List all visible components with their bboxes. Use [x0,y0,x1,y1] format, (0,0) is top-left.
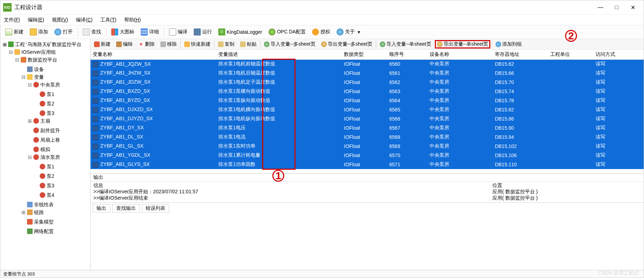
table-row[interactable]: ZYBF_AB1_JDZW_SX排水泵1电机定子温度数值IOFloat6562中… [91,78,644,87]
kingdatalogger-button[interactable]: DKingDataLogger [215,27,265,37]
tree-platform[interactable]: ⊟数据监控平台 [14,56,58,64]
detail-button[interactable]: 详细 [138,27,162,37]
table-row[interactable]: ZYBF_AB1_JQZW_SX排水泵1电机前轴温度数值IOFloat6560中… [91,59,644,69]
tree-pump2[interactable]: 泵2 [33,100,55,108]
tree-project-root[interactable]: ▣工程 '乌海路天矿数据监控平台 [2,40,82,48]
output-tab-output[interactable]: 输出 [93,204,110,213]
sub-move-button[interactable]: 移除 [158,40,179,48]
tag-icon [33,128,39,133]
export-multi-sheet-button[interactable]: 导出变量--多sheet页 [319,40,375,48]
col-device[interactable]: 设备名称 [427,50,493,59]
find-button[interactable]: 查找 [80,27,104,37]
tree-link[interactable]: ⊞链路 [21,208,45,216]
table-cell: ZYBF_AB1_YGDL_SX [91,151,216,160]
tag-icon [33,154,39,160]
auth-button[interactable]: 授权 [309,27,333,37]
tree-qs-pump4[interactable]: 泵4 [33,191,55,199]
table-row[interactable]: ZYBF_AB1_BYZD_SX排水泵1泵纵向振动数值IOFloat6564中央… [91,96,644,105]
tree-moni[interactable]: 模拟 [27,146,51,153]
output-panel-title: 输出 [91,173,644,181]
menu-compile[interactable]: 编译(C) [76,17,92,23]
tree-device[interactable]: 设备 [21,65,45,73]
grid-header-row[interactable]: 变量名称 变量描述 数据类型 顺序号 设备名称 寄存器地址 工程单位 访问方式 [91,50,644,59]
sub-edit-button[interactable]: 编辑 [114,40,135,48]
tree-qs-pump2[interactable]: 泵2 [33,172,55,180]
tree-nonlinear[interactable]: 非线性表 [21,201,54,208]
about-button[interactable]: 关于▾ [334,27,363,37]
output-tab-errors[interactable]: 错误列表 [142,204,169,213]
col-name[interactable]: 变量名称 [91,50,216,59]
table-cell: IOFloat [342,151,387,160]
output-loc-header: 位置 [492,182,641,189]
import-multi-sheet-button[interactable]: 导入变量--多sheet页 [262,40,318,48]
sub-paste-button[interactable]: 粘贴 [238,40,259,48]
table-row[interactable]: ZYBF_AB1_JHZW_SX排水泵1电机后轴温度数值IOFloat6561中… [91,69,644,78]
minimize-button[interactable]: — [592,2,609,13]
table-row[interactable]: ZYBF_AB1_DY_SX排水泵1电压IOFloat6567中央泵房DB15.… [91,123,644,132]
tree-pump1[interactable]: 泵1 [33,90,55,98]
col-desc[interactable]: 变量描述 [216,50,342,59]
tree-collect[interactable]: 采集模型 [21,218,54,226]
sub-quick-new-button[interactable]: 快速新建 [182,40,213,48]
sub-copy-button[interactable]: 复制 [216,40,237,48]
close-button[interactable]: ✕ [625,2,641,13]
table-row[interactable]: ZYBF_AB1_YGDL_SX排水泵1累计耗电量IOFloat6570中央泵房… [91,151,644,160]
project-tree[interactable]: ▣工程 '乌海路天矿数据监控平台 ⊟IOServer应用组 ⊟数据监控平台 设备… [1,40,89,235]
variable-icon [93,89,98,95]
tree-h-scrollbar[interactable] [0,264,90,270]
new-file-icon [5,28,12,35]
big-icon-button[interactable]: 大图标 [108,27,137,37]
table-cell: 6570 [387,151,427,160]
menu-view[interactable]: 视图(V) [52,17,68,23]
tree-netcfg[interactable]: 网络配置 [21,227,54,235]
col-dtype[interactable]: 数据类型 [342,50,387,59]
tree-qs-pump3[interactable]: 泵3 [33,182,55,189]
menu-help[interactable]: 帮助(H) [124,17,141,23]
paste-icon [240,41,246,47]
tree-jushan[interactable]: 局扇上巷 [27,136,61,144]
add-button[interactable]: 添加 [27,27,51,37]
col-reg[interactable]: 寄存器地址 [493,50,548,59]
menu-tools[interactable]: 工具(T) [100,17,117,23]
col-access[interactable]: 访问方式 [593,50,644,59]
tree-qs-pump1[interactable]: 泵1 [33,163,55,170]
tree-pump3[interactable]: 泵3 [33,109,55,117]
variable-grid[interactable]: 变量名称 变量描述 数据类型 顺序号 设备名称 寄存器地址 工程单位 访问方式 … [91,50,644,169]
run-button[interactable]: 运行 [191,27,215,37]
add-to-group-button[interactable]: 添加到组 [493,40,524,48]
table-row[interactable]: ZYBF_AB1_GL_SX排水泵1实时功率IOFloat6569中央泵房DB1… [91,142,644,151]
table-row[interactable]: ZYBF_AB1_DJXZD_SX排水泵1电机横向振动数值IOFloat6565… [91,105,644,114]
sub-new-button[interactable]: 新建 [92,40,113,48]
tree-zhongyang[interactable]: ⊟中央泵房 [27,81,61,89]
table-cell: ZYBF_AB1_DY_SX [91,123,216,132]
new-button[interactable]: 新建 [2,27,26,37]
opc-icon [268,28,275,35]
output-tab-find[interactable]: 查找输出 [112,204,140,213]
tree-variables[interactable]: ⊟变量 [21,73,45,81]
table-row[interactable]: ZYBF_AB1_GLYS_SX排水泵1功率因数IOFloat6571中央泵房D… [91,160,644,169]
table-row[interactable]: ZYBF_AB1_BXZD_SX排水泵1泵横向振动数值IOFloat6563中央… [91,87,644,96]
menu-file[interactable]: 文件(F) [4,17,20,23]
tree-qingshui[interactable]: ⊟清水泵房 [27,153,61,161]
table-cell [548,132,593,142]
maximize-button[interactable]: □ [609,2,625,13]
tree-ioserver-group[interactable]: ⊟IOServer应用组 [8,48,57,56]
search-icon [83,28,90,35]
menu-edit[interactable]: 编辑(E) [28,17,44,23]
table-cell: 6571 [387,160,427,169]
table-row[interactable]: ZYBF_AB1_DJYZD_SX排水泵1电机纵向振动数值IOFloat6566… [91,114,644,123]
compile-button[interactable]: 编译 [166,27,190,37]
tree-fujing[interactable]: 副井提升 [27,127,61,134]
tag-icon [33,118,39,124]
col-unit[interactable]: 工程单位 [548,50,593,59]
table-cell [548,69,593,78]
sub-delete-button[interactable]: ✕删除 [136,40,157,48]
table-row[interactable]: ZYBF_AB1_DL_SX排水泵1电流IOFloat6568中央泵房DB15.… [91,132,644,142]
tree-zhushan[interactable]: ⊞主扇 [27,117,51,125]
import-single-sheet-button[interactable]: 导入变量--单sheet页 [378,40,433,48]
gear-icon [27,219,33,225]
open-button[interactable]: 打开 [52,27,75,37]
opc-config-button[interactable]: OPC DA配置 [266,27,308,37]
export-single-sheet-button[interactable]: 导出变量--单sheet页 [435,40,491,49]
col-seq[interactable]: 顺序号 [387,50,427,59]
